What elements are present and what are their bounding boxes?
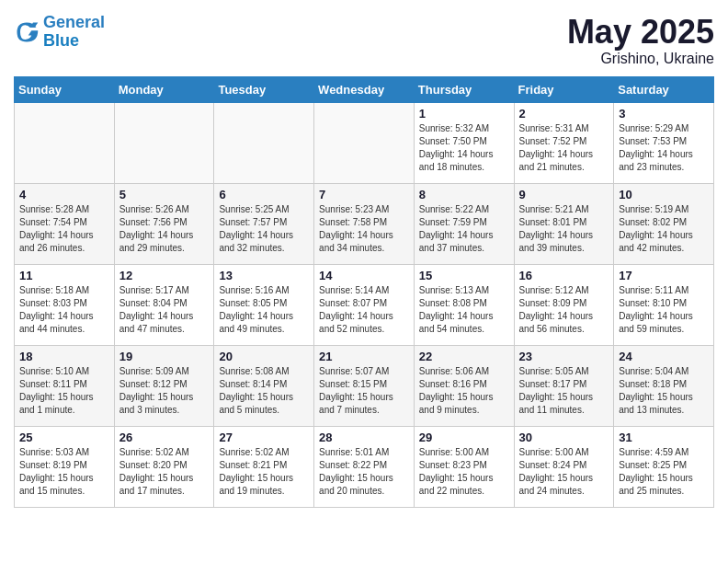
day-number: 23: [519, 350, 609, 363]
day-cell: 11Sunrise: 5:18 AM Sunset: 8:03 PM Dayli…: [15, 264, 115, 345]
day-cell: 6Sunrise: 5:25 AM Sunset: 7:57 PM Daylig…: [214, 183, 314, 264]
day-cell: [214, 102, 314, 183]
day-cell: 5Sunrise: 5:26 AM Sunset: 7:56 PM Daylig…: [114, 183, 214, 264]
day-info: Sunrise: 5:02 AM Sunset: 8:21 PM Dayligh…: [219, 446, 309, 498]
day-number: 28: [319, 431, 409, 444]
day-info: Sunrise: 5:05 AM Sunset: 8:17 PM Dayligh…: [519, 365, 609, 417]
day-info: Sunrise: 5:06 AM Sunset: 8:16 PM Dayligh…: [419, 365, 509, 417]
day-number: 6: [219, 188, 309, 201]
day-info: Sunrise: 4:59 AM Sunset: 8:25 PM Dayligh…: [619, 446, 709, 498]
logo-icon: [14, 19, 40, 45]
day-info: Sunrise: 5:00 AM Sunset: 8:24 PM Dayligh…: [519, 446, 609, 498]
day-number: 3: [619, 107, 709, 121]
day-number: 26: [119, 431, 210, 444]
header-row: SundayMondayTuesdayWednesdayThursdayFrid…: [15, 76, 714, 102]
day-info: Sunrise: 5:29 AM Sunset: 7:53 PM Dayligh…: [619, 122, 709, 174]
day-cell: 7Sunrise: 5:23 AM Sunset: 7:58 PM Daylig…: [314, 183, 415, 264]
day-cell: 14Sunrise: 5:14 AM Sunset: 8:07 PM Dayli…: [314, 264, 415, 345]
day-info: Sunrise: 5:17 AM Sunset: 8:04 PM Dayligh…: [119, 284, 210, 336]
day-cell: [114, 102, 214, 183]
day-info: Sunrise: 5:22 AM Sunset: 7:59 PM Dayligh…: [419, 203, 509, 255]
day-info: Sunrise: 5:14 AM Sunset: 8:07 PM Dayligh…: [319, 284, 409, 336]
day-number: 25: [19, 431, 109, 444]
day-cell: 16Sunrise: 5:12 AM Sunset: 8:09 PM Dayli…: [514, 264, 614, 345]
day-info: Sunrise: 5:07 AM Sunset: 8:15 PM Dayligh…: [319, 365, 409, 417]
day-number: 13: [219, 269, 309, 282]
day-cell: 29Sunrise: 5:00 AM Sunset: 8:23 PM Dayli…: [414, 426, 514, 507]
logo: General Blue: [14, 14, 105, 51]
day-info: Sunrise: 5:09 AM Sunset: 8:12 PM Dayligh…: [119, 365, 210, 417]
week-row-2: 4Sunrise: 5:28 AM Sunset: 7:54 PM Daylig…: [15, 183, 714, 264]
day-info: Sunrise: 5:00 AM Sunset: 8:23 PM Dayligh…: [419, 446, 509, 498]
day-number: 30: [519, 431, 609, 444]
day-info: Sunrise: 5:10 AM Sunset: 8:11 PM Dayligh…: [19, 365, 109, 417]
day-cell: 18Sunrise: 5:10 AM Sunset: 8:11 PM Dayli…: [15, 345, 115, 426]
day-cell: 31Sunrise: 4:59 AM Sunset: 8:25 PM Dayli…: [614, 426, 714, 507]
day-number: 12: [119, 269, 210, 282]
day-number: 27: [219, 431, 309, 444]
day-cell: [314, 102, 415, 183]
day-cell: 23Sunrise: 5:05 AM Sunset: 8:17 PM Dayli…: [514, 345, 614, 426]
day-cell: 13Sunrise: 5:16 AM Sunset: 8:05 PM Dayli…: [214, 264, 314, 345]
day-number: 14: [319, 269, 409, 282]
header-cell-sunday: Sunday: [15, 76, 115, 102]
day-cell: 25Sunrise: 5:03 AM Sunset: 8:19 PM Dayli…: [15, 426, 115, 507]
day-cell: 24Sunrise: 5:04 AM Sunset: 8:18 PM Dayli…: [614, 345, 714, 426]
day-info: Sunrise: 5:08 AM Sunset: 8:14 PM Dayligh…: [219, 365, 309, 417]
day-cell: 4Sunrise: 5:28 AM Sunset: 7:54 PM Daylig…: [15, 183, 115, 264]
week-row-4: 18Sunrise: 5:10 AM Sunset: 8:11 PM Dayli…: [15, 345, 714, 426]
day-cell: 26Sunrise: 5:02 AM Sunset: 8:20 PM Dayli…: [114, 426, 214, 507]
header-cell-tuesday: Tuesday: [214, 76, 314, 102]
header-cell-wednesday: Wednesday: [314, 76, 415, 102]
day-number: 7: [319, 188, 409, 201]
header-cell-saturday: Saturday: [614, 76, 714, 102]
day-number: 20: [219, 350, 309, 363]
day-info: Sunrise: 5:18 AM Sunset: 8:03 PM Dayligh…: [19, 284, 109, 336]
day-info: Sunrise: 5:21 AM Sunset: 8:01 PM Dayligh…: [519, 203, 609, 255]
day-cell: 21Sunrise: 5:07 AM Sunset: 8:15 PM Dayli…: [314, 345, 415, 426]
day-info: Sunrise: 5:13 AM Sunset: 8:08 PM Dayligh…: [419, 284, 509, 336]
day-number: 10: [619, 188, 709, 201]
week-row-1: 1Sunrise: 5:32 AM Sunset: 7:50 PM Daylig…: [15, 102, 714, 183]
day-cell: 9Sunrise: 5:21 AM Sunset: 8:01 PM Daylig…: [514, 183, 614, 264]
day-info: Sunrise: 5:28 AM Sunset: 7:54 PM Dayligh…: [19, 203, 109, 255]
day-info: Sunrise: 5:01 AM Sunset: 8:22 PM Dayligh…: [319, 446, 409, 498]
day-info: Sunrise: 5:23 AM Sunset: 7:58 PM Dayligh…: [319, 203, 409, 255]
day-info: Sunrise: 5:04 AM Sunset: 8:18 PM Dayligh…: [619, 365, 709, 417]
day-number: 31: [619, 431, 709, 444]
day-info: Sunrise: 5:12 AM Sunset: 8:09 PM Dayligh…: [519, 284, 609, 336]
day-cell: 19Sunrise: 5:09 AM Sunset: 8:12 PM Dayli…: [114, 345, 214, 426]
day-cell: 8Sunrise: 5:22 AM Sunset: 7:59 PM Daylig…: [414, 183, 514, 264]
day-cell: 20Sunrise: 5:08 AM Sunset: 8:14 PM Dayli…: [214, 345, 314, 426]
day-number: 1: [419, 107, 509, 121]
logo-text: General Blue: [43, 14, 105, 51]
day-cell: 28Sunrise: 5:01 AM Sunset: 8:22 PM Dayli…: [314, 426, 415, 507]
day-info: Sunrise: 5:03 AM Sunset: 8:19 PM Dayligh…: [19, 446, 109, 498]
title-block: May 2025 Grishino, Ukraine: [567, 14, 714, 67]
day-cell: 30Sunrise: 5:00 AM Sunset: 8:24 PM Dayli…: [514, 426, 614, 507]
day-number: 17: [619, 269, 709, 282]
header-cell-thursday: Thursday: [414, 76, 514, 102]
day-number: 2: [519, 107, 609, 121]
header-cell-friday: Friday: [514, 76, 614, 102]
day-number: 18: [19, 350, 109, 363]
day-info: Sunrise: 5:11 AM Sunset: 8:10 PM Dayligh…: [619, 284, 709, 336]
week-row-3: 11Sunrise: 5:18 AM Sunset: 8:03 PM Dayli…: [15, 264, 714, 345]
day-info: Sunrise: 5:25 AM Sunset: 7:57 PM Dayligh…: [219, 203, 309, 255]
day-info: Sunrise: 5:32 AM Sunset: 7:50 PM Dayligh…: [419, 122, 509, 174]
day-cell: 15Sunrise: 5:13 AM Sunset: 8:08 PM Dayli…: [414, 264, 514, 345]
day-cell: 10Sunrise: 5:19 AM Sunset: 8:02 PM Dayli…: [614, 183, 714, 264]
day-cell: 1Sunrise: 5:32 AM Sunset: 7:50 PM Daylig…: [414, 102, 514, 183]
page-header: General Blue May 2025 Grishino, Ukraine: [14, 14, 714, 67]
day-number: 29: [419, 431, 509, 444]
day-info: Sunrise: 5:19 AM Sunset: 8:02 PM Dayligh…: [619, 203, 709, 255]
day-info: Sunrise: 5:31 AM Sunset: 7:52 PM Dayligh…: [519, 122, 609, 174]
subtitle: Grishino, Ukraine: [567, 51, 714, 67]
day-info: Sunrise: 5:02 AM Sunset: 8:20 PM Dayligh…: [119, 446, 210, 498]
header-cell-monday: Monday: [114, 76, 214, 102]
day-number: 4: [19, 188, 109, 201]
day-cell: 2Sunrise: 5:31 AM Sunset: 7:52 PM Daylig…: [514, 102, 614, 183]
day-cell: 27Sunrise: 5:02 AM Sunset: 8:21 PM Dayli…: [214, 426, 314, 507]
calendar-table: SundayMondayTuesdayWednesdayThursdayFrid…: [14, 76, 714, 508]
day-number: 19: [119, 350, 210, 363]
